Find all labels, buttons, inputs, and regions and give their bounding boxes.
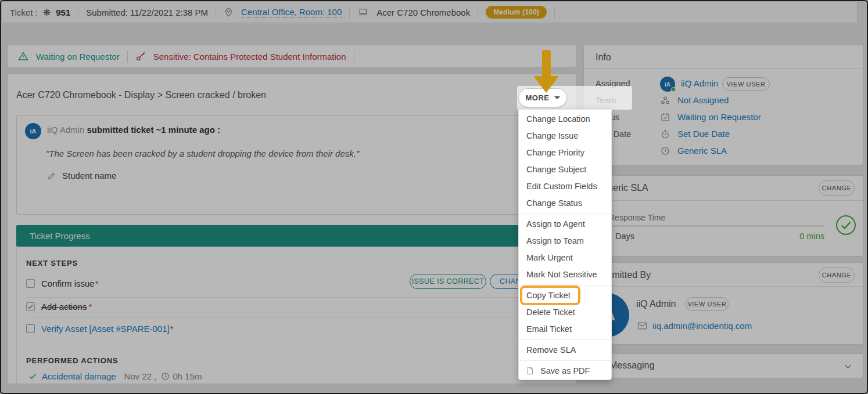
menu-item-copy-ticket[interactable]: Copy Ticket (519, 287, 611, 304)
menu-divider (519, 285, 611, 285)
menu-divider (519, 339, 611, 340)
annotation-arrow-icon (542, 50, 551, 77)
menu-item-label: Save as PDF (540, 366, 590, 375)
menu-item-remove-sla[interactable]: Remove SLA (519, 342, 611, 359)
annotation-arrow-head (533, 76, 559, 93)
menu-item-mark-not-sensitive[interactable]: Mark Not Sensitive (519, 266, 611, 283)
menu-divider (519, 214, 611, 214)
menu-item-change-priority[interactable]: Change Priority (519, 144, 611, 161)
menu-divider (519, 360, 611, 361)
menu-item-assign-to-agent[interactable]: Assign to Agent (519, 216, 611, 233)
menu-item-change-issue[interactable]: Change Issue (519, 128, 611, 144)
dim-overlay (1, 1, 867, 393)
menu-item-email-ticket[interactable]: Email Ticket (519, 321, 611, 338)
menu-item-edit-custom-fields[interactable]: Edit Custom Fields (519, 178, 611, 195)
menu-item-change-status[interactable]: Change Status (519, 195, 611, 212)
menu-item-change-location[interactable]: Change Location (519, 111, 611, 128)
more-dropdown-menu: Change Location Change Issue Change Prio… (518, 109, 612, 380)
menu-item-change-subject[interactable]: Change Subject (519, 161, 611, 178)
ticket-detail-screen: Ticket : ❋ 951 Submitted: 11/22/2021 2:3… (0, 0, 868, 394)
more-button-label: MORE (526, 93, 550, 102)
menu-item-save-as-pdf[interactable]: Save as PDF (519, 363, 611, 379)
pdf-icon (526, 367, 534, 375)
menu-item-delete-ticket[interactable]: Delete Ticket (519, 304, 611, 321)
caret-down-icon (554, 96, 560, 99)
menu-item-mark-urgent[interactable]: Mark Urgent (519, 250, 611, 266)
menu-item-assign-to-team[interactable]: Assign to Team (519, 233, 611, 250)
